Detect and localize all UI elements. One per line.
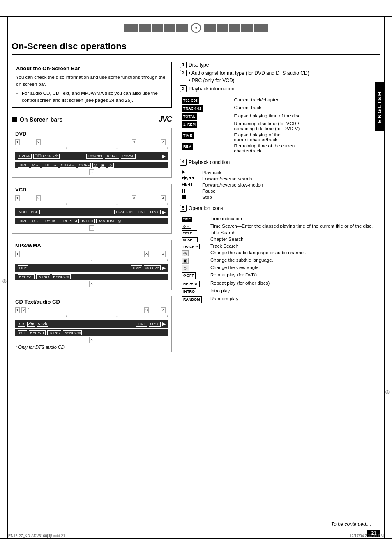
dvd-bar-time: 1:25:58 xyxy=(121,154,136,159)
oi-row-track: TRACK Track Search xyxy=(180,243,380,250)
info-row-2: 2 • Audio signal format type (for DVD an… xyxy=(180,70,380,84)
pi-tag-t02c03: T02-C03 xyxy=(182,97,199,104)
pi-desc-3: Elapsed playing time of the disc xyxy=(232,113,380,120)
dvd-arrow-4: ↓ xyxy=(166,146,168,150)
mp3-time-label: TIME xyxy=(131,265,142,270)
oi-time-desc: Time indication xyxy=(209,216,380,223)
oi-repeat-off-tag: ⟳OFF xyxy=(182,272,196,279)
dvd-num-4: 4 xyxy=(161,139,166,145)
vcd-num-row: 1 2 3 4 xyxy=(15,195,168,201)
oi-circle-arrow-tag: ⊙→ xyxy=(182,224,191,229)
mp3-repeat-tag: REPEAT xyxy=(18,274,35,279)
about-text-1: You can check the disc information and u… xyxy=(16,75,165,87)
vcd-time-val: 00:38 xyxy=(149,210,161,214)
info-pbc: • PBC (only for VCD) xyxy=(189,77,309,84)
info-num-1: 1 xyxy=(180,62,187,68)
oi-circle-arrow-desc: Time Search—Enter the elapsed playing ti… xyxy=(209,223,380,229)
info-audio-format: • Audio signal format type (for DVD and … xyxy=(189,70,309,84)
header-circle: ⊕ xyxy=(191,23,201,33)
pi-desc-4: Remaining disc time (for VCD)/remaining … xyxy=(232,121,380,132)
oi-time-tag: TIME xyxy=(182,217,192,222)
cd-arrow-3: ↓ xyxy=(116,314,118,318)
about-bullet-1: For audio CD, CD Text, and MP3/WMA disc … xyxy=(22,90,167,104)
onscreen-title-text: On-Screen bars xyxy=(20,116,62,123)
cd-num-2: 2 xyxy=(21,307,26,313)
pc-desc-pause: Pause xyxy=(201,188,380,194)
mp3-bar-1: FILE TIME 00:00:35 ▶ xyxy=(15,264,168,272)
vcd-play-icon: ▶ xyxy=(162,210,166,215)
info-num-3: 3 xyxy=(180,85,187,92)
dvd-chap-tag: CHAP→ xyxy=(60,163,76,168)
vcd-intro-tag: INTRO xyxy=(81,219,95,223)
dvd-arrow-3: ↓ xyxy=(116,146,118,150)
onscreen-bars-title: On-Screen bars xyxy=(12,116,62,123)
oi-row-angle: ⛣ Change the view angle. xyxy=(180,265,380,272)
vcd-arrow-2: ↓ xyxy=(66,202,67,206)
mp3-time-val: 00:00:35 xyxy=(144,265,161,270)
mp3-bottom-num: 5 xyxy=(15,281,168,287)
oi-row-repeat-dvd: ⟳OFF Repeat play (for DVD) xyxy=(180,272,380,280)
cd-arrow-1: ↓ xyxy=(15,314,17,318)
pi-tag-total: TOTAL xyxy=(182,113,197,120)
mp3-arrow-1: ↓ xyxy=(15,258,17,262)
pc-row-stop: Stop xyxy=(180,194,380,200)
op-icons-num: 5 xyxy=(180,205,187,212)
vcd-disc-type: VCD xyxy=(18,210,28,214)
mp3-bar-2: REPEAT INTRO RANDOM xyxy=(15,274,168,280)
pi-tag-1rem: 1. REM xyxy=(182,121,197,128)
vcd-random-tag: RANDOM xyxy=(96,219,115,223)
mp3-random-tag: RANDOM xyxy=(52,274,71,279)
about-title: About the On-Screen Bar xyxy=(16,65,167,71)
dvd-angle-icon: ⛣ xyxy=(108,163,114,168)
oi-row-audio: ◎ Change the audio language or audio cha… xyxy=(180,250,380,257)
vcd-num-2: 2 xyxy=(36,195,41,201)
info-playback-info: Playback information xyxy=(189,85,234,92)
dvd-bar-format: ☐☐Digital 2ch xyxy=(33,154,60,159)
to-be-continued: To be continued.... xyxy=(331,521,371,527)
cd-asterisk: * xyxy=(28,307,29,313)
oi-repeat-desc: Repeat play (for other discs) xyxy=(209,280,380,288)
mp3-num-row: 1 3 4 xyxy=(15,251,168,257)
dvd-arrow-1: ↓ xyxy=(15,146,17,150)
footer-bar: EN16-27_KD-ADV6160[J]!.indd 21 12/17/04 … xyxy=(8,534,384,538)
cd-circle-arrow: ⊙→ xyxy=(18,330,27,335)
dvd-bar-total-label: TOTAL xyxy=(105,154,119,159)
oi-intro-tag: INTRO xyxy=(182,288,196,295)
vcd-bar-1: VCD PBC TRACK 01 TIME 00:38 ▶ xyxy=(15,208,168,216)
pi-desc-2: Current track xyxy=(232,105,380,113)
pb-cond-header: 4 Playback condition xyxy=(180,159,380,166)
dvd-num-row: 1 2 3 4 xyxy=(15,139,168,145)
pi-desc-1: Current track/chapter xyxy=(232,97,380,105)
pi-tag-track01: TRACK 01 xyxy=(182,105,203,112)
pi-tag-time: TIME xyxy=(182,132,194,139)
vcd-arrow-3: ↓ xyxy=(116,202,118,206)
english-sidebar: ENGLISH xyxy=(375,82,384,131)
oi-sub-desc: Change the subtitle language. xyxy=(209,257,380,265)
onscreen-bars-header: On-Screen bars JVC xyxy=(12,115,172,124)
info-num-2: 2 xyxy=(180,70,187,76)
dvd-repeat-tag: ⟳OFF xyxy=(78,163,91,168)
header-segs-left xyxy=(124,24,188,32)
mp3-arrow-4: ↓ xyxy=(166,258,168,262)
pc-desc-play: Playback xyxy=(201,169,380,175)
cd-section: CD Text/audio CD 1 2 * 3 4 xyxy=(12,296,172,352)
two-column-layout: About the On-Screen Bar You can check th… xyxy=(12,62,380,358)
pi-desc-5: Elapsed playing of thecurrent chapter/tr… xyxy=(232,132,380,143)
oi-title-desc: Title Search xyxy=(209,229,380,236)
stop-icon xyxy=(182,195,186,199)
oi-audio-icon: ◎ xyxy=(182,250,189,256)
mp3-num-4: 4 xyxy=(161,251,166,257)
oi-row-chap: CHAP Chapter Search xyxy=(180,236,380,243)
mp3-play-icon: ▶ xyxy=(162,265,166,271)
info-disc-type: Disc type xyxy=(189,62,209,69)
cd-num-5: 5 xyxy=(89,337,94,343)
dvd-num-2: 2 xyxy=(36,139,41,145)
mp3-arrow-3: ↓ xyxy=(91,258,92,262)
dvd-bar-disc-type: DVD-V xyxy=(18,154,32,159)
dvd-num-5: 5 xyxy=(89,169,94,175)
info-audio-format-1: • Audio signal format type (for DVD and … xyxy=(189,70,309,77)
disc-type-section: 1 Disc type 2 • Audio signal format type… xyxy=(180,62,380,93)
dvd-title-tag: TITLE→ xyxy=(42,163,58,168)
cd-arrow-2: ↓ xyxy=(66,314,67,318)
cd-disc-type: CD xyxy=(18,322,25,327)
